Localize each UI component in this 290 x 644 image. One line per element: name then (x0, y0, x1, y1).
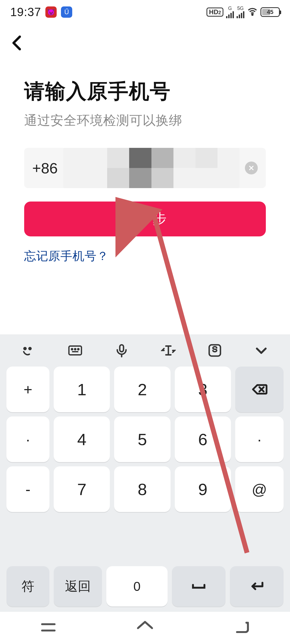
svg-point-6 (29, 347, 31, 349)
key-dot[interactable]: · (235, 416, 284, 462)
forgot-phone-link[interactable]: 忘记原手机号？ (24, 248, 266, 264)
keyboard: + 1 2 3 · 4 5 6 · - 7 8 9 @ ( 符 返回 0 (0, 334, 290, 612)
sogou-icon[interactable] (200, 340, 230, 361)
key-enter[interactable] (230, 566, 284, 606)
key-9[interactable]: 9 (175, 466, 231, 512)
status-time: 19:37 (10, 5, 41, 19)
key-minus[interactable]: - (6, 466, 49, 512)
key-at[interactable]: @ (235, 466, 284, 512)
status-bar: 19:37 😈 Ű HD2 G 5G 45 (0, 0, 290, 24)
key-0[interactable]: 0 (106, 566, 168, 606)
key-4[interactable]: 4 (54, 416, 110, 462)
cursor-icon[interactable] (154, 340, 183, 361)
back-button[interactable] (8, 34, 27, 53)
signal-1: G (226, 6, 234, 18)
wifi-icon (247, 6, 258, 18)
clear-icon[interactable] (245, 162, 258, 174)
phone-input-row[interactable]: +86 (24, 148, 266, 188)
svg-point-10 (78, 349, 79, 350)
key-symbols[interactable]: 符 (6, 566, 49, 606)
key-2[interactable]: 2 (114, 367, 170, 412)
signal-2: 5G (237, 6, 244, 18)
page-subtitle: 通过安全环境检测可以换绑 (24, 112, 266, 129)
key-plus[interactable]: + (6, 367, 49, 412)
battery-indicator: 45 (260, 7, 280, 17)
collapse-keyboard-icon[interactable] (247, 340, 276, 361)
keyboard-toolbar (0, 334, 290, 367)
status-right: HD2 G 5G 45 (206, 6, 280, 18)
emoji-icon[interactable] (14, 340, 44, 361)
page-title: 请输入原手机号 (24, 78, 266, 105)
phone-number-field[interactable] (63, 148, 240, 188)
key-5[interactable]: 5 (114, 416, 170, 462)
keyboard-bottom-row: 符 返回 0 (0, 562, 290, 606)
key-backspace[interactable] (235, 367, 284, 412)
country-code[interactable]: +86 (32, 159, 58, 177)
main-content: 请输入原手机号 通过安全环境检测可以换绑 +86 下一步 忘记原手机号？ (24, 78, 266, 264)
key-8[interactable]: 8 (114, 466, 170, 512)
key-3[interactable]: 3 (175, 367, 231, 412)
mic-icon[interactable] (107, 340, 136, 361)
nav-back-icon[interactable] (232, 618, 251, 638)
svg-point-8 (71, 349, 73, 350)
svg-point-9 (75, 349, 76, 350)
next-button[interactable]: 下一步 (24, 202, 266, 236)
svg-point-5 (24, 347, 26, 349)
nav-recent-icon[interactable] (39, 618, 58, 638)
nav-home-icon[interactable] (136, 618, 154, 638)
notif-app-icon-1: 😈 (45, 6, 57, 18)
keyboard-switch-icon[interactable] (60, 340, 90, 361)
svg-point-0 (252, 14, 253, 15)
key-return-ime[interactable]: 返回 (54, 566, 102, 606)
key-middot[interactable]: · (6, 416, 49, 462)
status-left: 19:37 😈 Ű (10, 5, 72, 19)
key-1[interactable]: 1 (54, 367, 110, 412)
svg-rect-12 (120, 345, 124, 352)
key-6[interactable]: 6 (175, 416, 231, 462)
key-space[interactable] (172, 566, 226, 606)
keyboard-main-grid: + 1 2 3 · 4 5 6 · - 7 8 9 @ ( (0, 367, 290, 562)
hd-badge: HD2 (206, 8, 223, 17)
key-7[interactable]: 7 (54, 466, 110, 512)
system-nav-bar (0, 612, 290, 644)
notif-app-icon-2: Ű (61, 6, 72, 18)
